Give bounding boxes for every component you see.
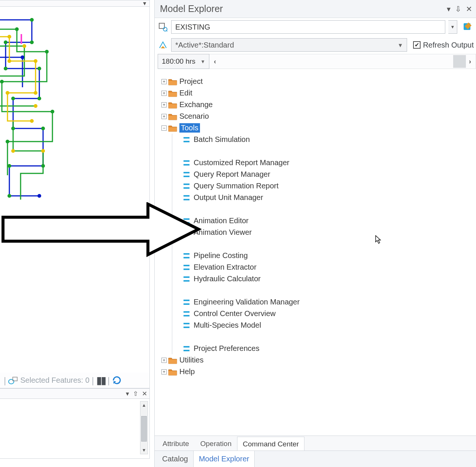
- tree-node-exchange[interactable]: +Exchange: [161, 99, 472, 110]
- panel-title-bar: Model Explorer ▾ ⇩ ✕: [155, 0, 476, 18]
- tree-item-label: Animation Editor: [194, 216, 249, 225]
- tree-node-scenario[interactable]: +Scenario: [161, 110, 472, 122]
- tree-item[interactable]: Batch Simulation: [182, 134, 472, 145]
- dropdown-icon[interactable]: ▾: [126, 390, 129, 398]
- tree-item[interactable]: Animation Editor: [182, 215, 472, 227]
- map-canvas[interactable]: [0, 7, 150, 373]
- tree-item-label: Elevation Extractor: [194, 263, 257, 272]
- tree-item[interactable]: Multi-Species Model: [182, 319, 472, 331]
- tab-command-center[interactable]: Command Center: [237, 437, 304, 451]
- refresh-output-checkbox[interactable]: ✔ Refresh Output: [413, 41, 474, 49]
- edit-scenario-icon[interactable]: [463, 21, 474, 33]
- expand-icon[interactable]: +: [161, 369, 167, 374]
- svg-point-28: [41, 149, 45, 153]
- time-value: 180:00 hrs: [162, 57, 195, 66]
- scroll-right-icon[interactable]: ›: [466, 56, 474, 67]
- tree-item-label: Multi-Species Model: [194, 321, 261, 330]
- tree-item[interactable]: Customized Report Manager: [182, 157, 472, 169]
- svg-point-24: [22, 44, 26, 48]
- tree-item-label: Animation Viewer: [194, 228, 252, 237]
- tree-node-utilities[interactable]: +Utilities: [161, 354, 472, 366]
- tree-item[interactable]: Hydraulic Calculator: [182, 273, 472, 285]
- canvas-header: ▼: [0, 0, 150, 7]
- tool-item-icon: [182, 159, 191, 167]
- tree-node-label: Tools: [179, 123, 200, 133]
- tool-item-icon: [182, 136, 191, 144]
- expand-icon[interactable]: +: [161, 79, 167, 84]
- tool-item-icon: [182, 345, 191, 353]
- tree-node-help[interactable]: +Help: [161, 366, 472, 377]
- scroll-up-icon[interactable]: ▲: [140, 401, 148, 409]
- pin-icon[interactable]: ⇩: [455, 4, 461, 13]
- tree-node-project[interactable]: +Project: [161, 76, 472, 87]
- dropdown-icon[interactable]: ▼: [142, 0, 147, 6]
- scroll-down-icon[interactable]: ▼: [140, 446, 148, 454]
- tab-catalog[interactable]: Catalog: [157, 451, 193, 467]
- tab-operation[interactable]: Operation: [195, 436, 237, 451]
- refresh-button[interactable]: [112, 376, 122, 385]
- expand-icon[interactable]: +: [161, 102, 167, 107]
- tab-model-explorer[interactable]: Model Explorer: [193, 451, 255, 467]
- pause-button[interactable]: ▮▮: [96, 374, 105, 386]
- active-combo[interactable]: *Active*:Standard ▼: [171, 38, 407, 52]
- time-slider[interactable]: ‹ ›: [209, 54, 476, 69]
- tool-item-icon: [182, 263, 191, 272]
- svg-point-9: [41, 127, 45, 130]
- time-combo[interactable]: 180:00 hrs ▼: [158, 54, 209, 69]
- dropdown-icon[interactable]: ▾: [447, 4, 451, 13]
- svg-point-5: [37, 67, 41, 70]
- scrollbar-thumb[interactable]: [141, 416, 147, 442]
- chevron-down-icon: ▼: [200, 59, 205, 64]
- tree-item[interactable]: Query Summation Report: [182, 180, 472, 192]
- close-icon[interactable]: ✕: [142, 390, 147, 398]
- svg-point-16: [51, 110, 54, 113]
- active-value: *Active*:Standard: [175, 41, 234, 49]
- svg-rect-40: [169, 93, 177, 97]
- tree-node-tools[interactable]: −Tools: [161, 122, 472, 134]
- tree-node-edit[interactable]: +Edit: [161, 87, 472, 99]
- tree-item[interactable]: Query Report Manager: [182, 169, 472, 180]
- tree-item[interactable]: Engineering Validation Manager: [182, 296, 472, 308]
- model-explorer-panel: Model Explorer ▾ ⇩ ✕ EXISTING ▼ *Active*…: [154, 0, 476, 467]
- tree-item[interactable]: Elevation Extractor: [182, 261, 472, 273]
- tree-node-label: Project: [179, 77, 203, 86]
- scenario-combo[interactable]: EXISTING: [171, 20, 445, 34]
- tool-item-icon: [182, 170, 191, 179]
- svg-point-22: [6, 91, 9, 95]
- scenario-dropdown-button[interactable]: ▼: [448, 20, 457, 34]
- tree-item-label: Batch Simulation: [194, 135, 250, 144]
- slider-thumb[interactable]: [453, 55, 466, 68]
- tree-node-label: Edit: [179, 89, 192, 97]
- tree-item[interactable]: Project Preferences: [182, 343, 472, 354]
- expand-icon[interactable]: +: [161, 358, 167, 363]
- pin-icon[interactable]: ⇧: [133, 390, 138, 398]
- tree-item[interactable]: Pipeline Costing: [182, 250, 472, 261]
- search-scenario-icon[interactable]: [158, 22, 168, 32]
- folder-icon: [168, 357, 177, 364]
- svg-point-18: [7, 35, 11, 39]
- expand-icon[interactable]: +: [161, 114, 167, 119]
- tree-item[interactable]: Output Unit Manager: [182, 192, 472, 203]
- active-icon[interactable]: [158, 40, 168, 50]
- vertical-scrollbar[interactable]: ▲ ▼: [140, 401, 148, 454]
- tool-item-icon: [182, 194, 191, 202]
- tab-attribute[interactable]: Attribute: [157, 436, 195, 451]
- svg-rect-42: [169, 116, 177, 120]
- svg-line-37: [166, 30, 167, 31]
- bottom-panel-header: ▾ ⇧ ✕: [0, 388, 150, 399]
- tree-item[interactable]: Control Center Overview: [182, 308, 472, 319]
- expand-icon[interactable]: +: [161, 91, 167, 96]
- svg-point-7: [11, 97, 15, 100]
- close-icon[interactable]: ✕: [466, 4, 472, 13]
- collapse-icon[interactable]: −: [161, 125, 167, 131]
- selection-icon[interactable]: [8, 376, 18, 385]
- tree-item[interactable]: Animation Viewer: [182, 227, 472, 238]
- svg-point-8: [11, 127, 15, 130]
- svg-point-3: [4, 40, 7, 44]
- tree-item-label: Hydraulic Calculator: [194, 275, 261, 283]
- scroll-left-icon[interactable]: ‹: [211, 56, 219, 67]
- svg-rect-72: [169, 360, 177, 364]
- mouse-cursor-icon: [375, 235, 382, 244]
- svg-point-1: [30, 18, 34, 22]
- folder-icon: [168, 368, 177, 376]
